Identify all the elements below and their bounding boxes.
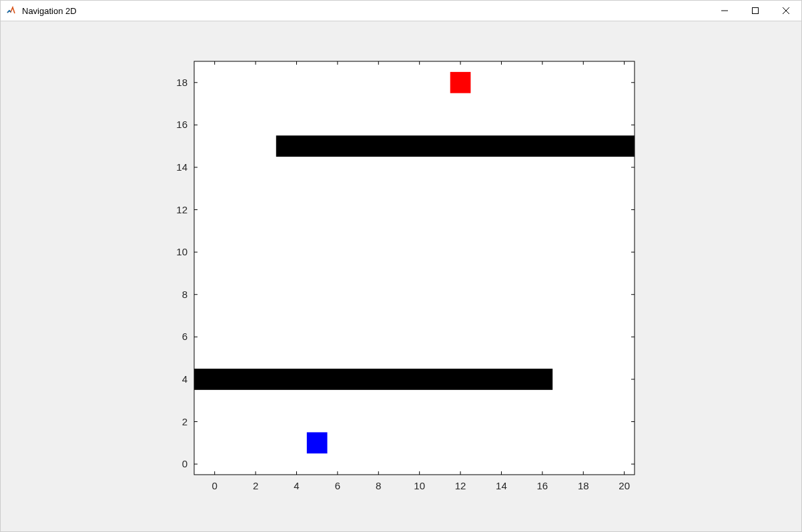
y-tick-label: 10 [176,246,187,257]
y-tick-label: 6 [182,331,187,342]
axes-panel: 02468101214161820024681012141618 [154,51,648,505]
matlab-icon [6,5,17,16]
x-tick-label: 0 [212,480,218,491]
navigation-2d-plot: 02468101214161820024681012141618 [154,51,648,505]
x-tick-label: 2 [253,480,258,491]
window-title: Navigation 2D [22,6,77,16]
x-tick-label: 10 [414,480,425,491]
svg-rect-1 [753,8,759,14]
x-tick-label: 12 [455,480,466,491]
x-tick-label: 18 [578,480,589,491]
y-tick-label: 12 [176,204,187,215]
minimize-button[interactable] [709,1,740,21]
y-tick-label: 16 [176,119,187,130]
x-tick-label: 20 [619,480,630,491]
x-tick-label: 16 [537,480,548,491]
x-tick-label: 4 [294,480,299,491]
app-window: Navigation 2D 02468101214161820024681012… [0,0,802,532]
maximize-button[interactable] [740,1,771,21]
y-tick-label: 8 [182,289,187,300]
figure-client-area: 02468101214161820024681012141618 [1,21,801,531]
plot-area [194,61,635,475]
close-button[interactable] [771,1,801,21]
obstacle-lower-wall [194,369,552,390]
y-tick-label: 14 [176,161,187,173]
y-tick-label: 4 [182,373,187,385]
y-tick-label: 0 [182,458,187,469]
x-tick-label: 6 [335,480,340,491]
titlebar: Navigation 2D [1,1,801,21]
marker-goal [450,72,471,93]
marker-agent [307,432,328,453]
y-tick-label: 2 [182,416,187,427]
x-tick-label: 14 [496,480,507,491]
y-tick-label: 18 [176,77,187,88]
obstacle-upper-wall [276,135,635,157]
x-tick-label: 8 [376,480,381,491]
